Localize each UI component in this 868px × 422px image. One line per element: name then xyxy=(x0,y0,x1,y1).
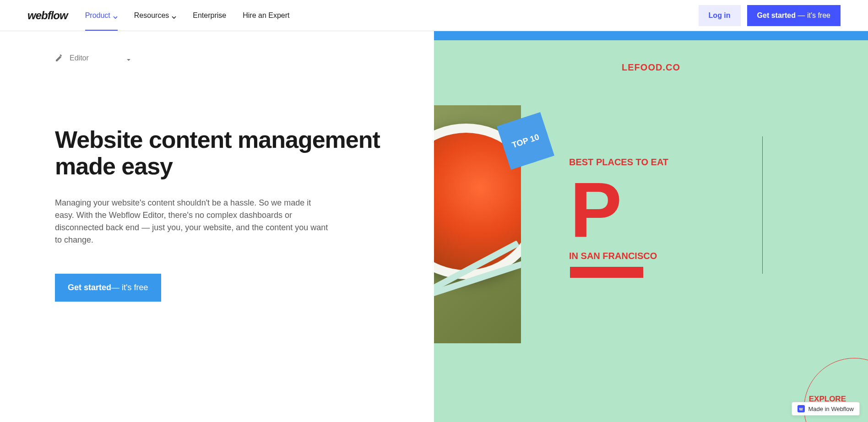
edit-icon xyxy=(55,54,63,62)
breadcrumb-label: Editor xyxy=(70,54,89,62)
cta-bold: Get started xyxy=(757,11,796,19)
preview-headline-2: IN SAN FRANCISCO xyxy=(569,251,657,261)
breadcrumb[interactable]: Editor xyxy=(55,54,407,62)
get-started-nav-button[interactable]: Get started — it's free xyxy=(747,5,841,26)
chevron-down-icon xyxy=(113,13,118,18)
preview-brand: LEFOOD.CO xyxy=(622,62,680,73)
nav-link-resources[interactable]: Resources xyxy=(134,11,176,20)
nav-link-hire-expert[interactable]: Hire an Expert xyxy=(243,11,289,20)
made-in-webflow-badge[interactable]: w Made in Webflow xyxy=(792,402,860,416)
webflow-icon: w xyxy=(797,405,805,412)
get-started-hero-button[interactable]: Get started — it's free xyxy=(55,274,161,302)
nav-link-product[interactable]: Product xyxy=(85,11,118,31)
top-nav: webflow Product Resources Enterprise Hir… xyxy=(0,0,868,31)
hero-left: Editor Website content management made e… xyxy=(0,31,434,422)
nav-left: webflow Product Resources Enterprise Hir… xyxy=(27,9,289,22)
red-accent-bar xyxy=(570,267,643,278)
logo[interactable]: webflow xyxy=(27,9,68,22)
nav-links: Product Resources Enterprise Hire an Exp… xyxy=(85,11,290,20)
cta-light: — it's free xyxy=(796,11,830,19)
login-button[interactable]: Log in xyxy=(699,5,741,26)
hero-description: Managing your website's content shouldn'… xyxy=(55,197,330,246)
chevron-down-icon xyxy=(126,56,131,60)
nav-link-label: Enterprise xyxy=(193,11,226,20)
badge-text: TOP 10 xyxy=(511,132,541,150)
page-title: Website content management made easy xyxy=(55,126,407,179)
preview-big-letter: P xyxy=(570,171,622,249)
nav-link-label: Resources xyxy=(134,11,169,20)
nav-link-enterprise[interactable]: Enterprise xyxy=(193,11,226,20)
nav-link-label: Product xyxy=(85,11,110,20)
chevron-down-icon xyxy=(172,13,176,18)
nav-link-label: Hire an Expert xyxy=(243,11,289,20)
cta-light: — it's free xyxy=(111,283,148,292)
cta-bold: Get started xyxy=(68,283,111,292)
hero-section: Editor Website content management made e… xyxy=(0,31,868,422)
nav-right: Log in Get started — it's free xyxy=(699,5,841,26)
made-in-label: Made in Webflow xyxy=(808,406,854,412)
hero-preview: LEFOOD.CO TOP 10 BEST PLACES TO EAT P IN… xyxy=(434,31,868,422)
divider-line xyxy=(762,136,763,274)
